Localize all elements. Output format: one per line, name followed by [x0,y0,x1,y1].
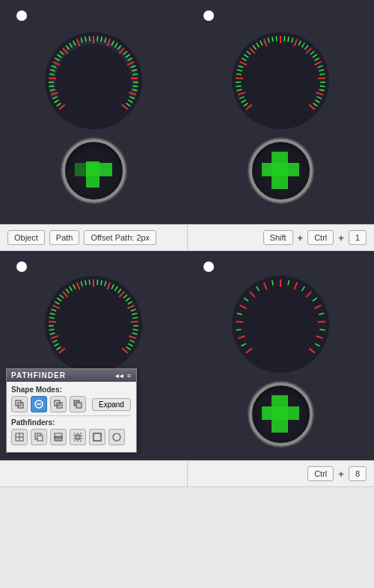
pathfinder-title: PATHFINDER [11,371,66,380]
exclude-btn[interactable] [70,396,86,412]
svg-line-199 [318,321,325,322]
shape-modes-row: Expand [11,396,132,412]
svg-line-200 [320,329,325,329]
svg-line-7 [49,85,55,86]
toolbar-right-2: Ctrl + 8 [188,461,375,486]
plus-3: + [338,468,344,480]
gauge-arc-bl [41,272,146,377]
object-button[interactable]: Object [7,230,45,245]
minus-back-btn[interactable] [108,429,125,445]
svg-line-129 [89,279,90,285]
svg-point-53 [232,32,329,129]
toolbar-left-2 [0,461,188,486]
svg-line-77 [276,36,277,41]
pf-collapse-icon[interactable]: ◂◂ [115,372,124,380]
svg-line-26 [97,36,98,41]
svg-point-177 [113,433,120,441]
svg-line-62 [236,78,243,78]
shape-modes-label: Shape Modes: [11,386,132,394]
trim-btn[interactable] [31,429,47,445]
pf-divider [11,415,132,416]
inner-circle-tl [62,139,126,202]
num1-button[interactable]: 1 [349,230,367,245]
expand-button[interactable]: Expand [92,398,131,411]
pathfinders-row [11,429,132,445]
ctrl-button-2[interactable]: Ctrl [307,466,334,481]
toolbar-right-1: Shift + Ctrl + 1 [188,225,375,250]
svg-line-112 [49,329,55,329]
white-dot-tl [16,10,27,21]
toolbar-row-1: Object Path Offset Path: 2px Shift + Ctr… [0,224,374,251]
inner-circle-br [249,383,313,446]
svg-line-94 [318,78,325,78]
pathfinder-titlebar: PATHFINDER ◂◂ ≡ [7,369,136,382]
pathfinder-body: Shape Modes: Expand [7,382,136,452]
svg-line-96 [320,85,325,86]
gauge-arc-tr [228,28,333,133]
panel-bottom-left: PATHFINDER ◂◂ ≡ Shape Modes: [0,251,187,460]
inner-circle-tr [249,139,313,202]
gauge-arc-tl [41,28,146,133]
svg-line-115 [49,317,55,318]
svg-line-146 [131,321,138,322]
svg-line-182 [236,329,242,329]
svg-point-105 [45,276,142,373]
crop-btn[interactable] [70,429,86,445]
minus-front-btn[interactable] [31,396,47,412]
num8-button[interactable]: 8 [349,466,367,481]
merge-btn[interactable] [50,429,67,445]
gauge-bottom-right [228,272,333,446]
svg-rect-52 [75,163,86,176]
gauge-top-right [228,28,333,202]
svg-line-41 [131,78,138,78]
pathfinders-label: Pathfinders: [11,418,132,427]
toolbar-left-1: Object Path Offset Path: 2px [0,225,188,250]
panel-top-left [0,0,187,224]
white-dot-tr [203,10,214,21]
svg-rect-176 [94,433,101,441]
svg-line-79 [284,36,285,41]
svg-line-9 [49,78,56,78]
svg-rect-171 [37,436,43,441]
unite-btn[interactable] [11,396,28,412]
svg-line-131 [97,279,98,285]
svg-line-63 [236,73,242,74]
svg-line-60 [236,85,242,86]
svg-rect-174 [76,435,80,439]
svg-line-43 [133,85,138,86]
gauge-arc-br [228,272,333,377]
svg-line-93 [319,73,325,74]
intersect-btn[interactable] [50,396,67,412]
pf-menu-icon[interactable]: ≡ [127,372,132,380]
svg-rect-166 [76,403,82,408]
gauge-top-left [41,28,146,202]
pf-title-icons: ◂◂ ≡ [115,372,132,380]
svg-line-145 [132,317,138,318]
svg-rect-51 [86,161,99,188]
white-dot-br [203,261,214,272]
panel-top-right [187,0,374,224]
svg-line-40 [132,73,138,74]
svg-line-148 [133,329,138,329]
offset-path-button[interactable]: Offset Path: 2px [84,230,156,245]
plus-2: + [338,232,344,244]
svg-line-24 [89,36,90,41]
svg-line-183 [236,321,243,322]
shift-button[interactable]: Shift [263,230,293,245]
ctrl-button-1[interactable]: Ctrl [307,230,334,245]
svg-rect-205 [262,406,299,420]
pathfinder-panel: PATHFINDER ◂◂ ≡ Shape Modes: [6,368,137,453]
path-button[interactable]: Path [49,230,80,245]
svg-point-178 [232,276,329,373]
svg-rect-172 [55,436,62,441]
outline-btn[interactable] [89,429,105,445]
svg-point-0 [45,32,142,129]
svg-line-114 [49,321,56,322]
white-dot-bl [16,261,27,272]
panel-bottom-right [187,251,374,460]
svg-rect-164 [57,403,60,406]
toolbar-row-2: Ctrl + 8 [0,460,374,487]
plus-1: + [298,232,304,244]
svg-line-10 [49,73,55,74]
divide-btn[interactable] [11,429,28,445]
